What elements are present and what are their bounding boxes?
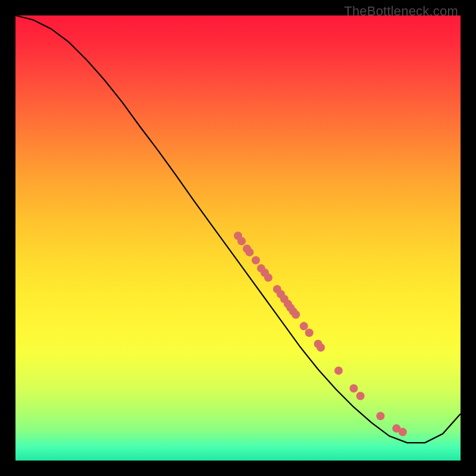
data-point	[350, 384, 358, 393]
data-point	[399, 428, 407, 436]
data-point	[376, 412, 384, 420]
data-point	[292, 311, 300, 319]
data-point	[264, 274, 273, 282]
data-point	[245, 248, 253, 256]
bottleneck-curve	[15, 15, 461, 443]
data-points-group	[234, 231, 407, 436]
data-point	[305, 328, 314, 337]
data-point	[252, 256, 260, 264]
data-point	[237, 237, 246, 245]
chart-svg	[15, 15, 461, 461]
data-point	[356, 392, 365, 400]
chart-frame: TheBottleneck.com	[0, 0, 476, 476]
data-point	[300, 322, 308, 330]
data-point	[334, 367, 343, 375]
data-point	[317, 343, 325, 352]
